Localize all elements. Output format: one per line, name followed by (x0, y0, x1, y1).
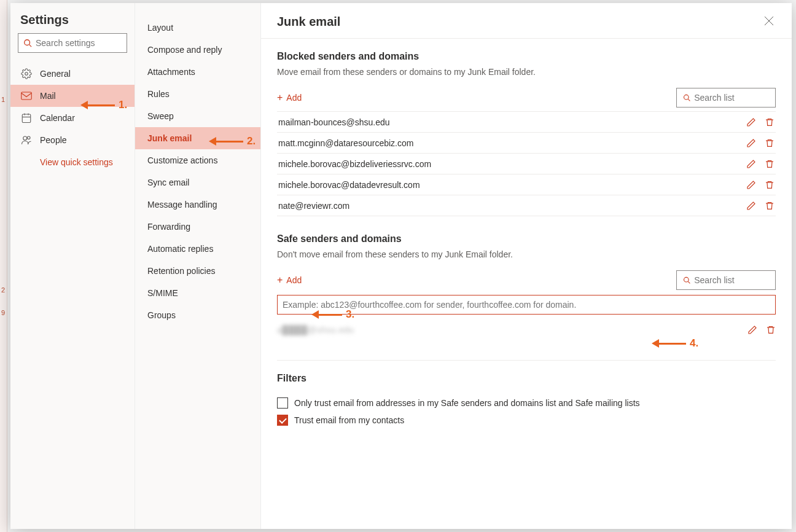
settings-sidebar: Settings General Mail (10, 3, 135, 529)
blocked-row: michele.borovac@bizdeliveriessrvc.com (277, 154, 776, 174)
submenu-retention-policies[interactable]: Retention policies (135, 260, 260, 282)
close-icon (765, 17, 773, 25)
only-trust-label: Only trust email from addresses in my Sa… (294, 398, 640, 408)
blocked-desc: Move email from these senders or domains… (277, 67, 776, 77)
delete-icon[interactable] (765, 117, 775, 127)
svg-point-8 (23, 136, 27, 140)
svg-point-14 (684, 277, 689, 282)
submenu-smime[interactable]: S/MIME (135, 282, 260, 304)
delete-icon[interactable] (765, 138, 775, 148)
sidebar-item-mail[interactable]: Mail (10, 85, 135, 107)
sidebar-item-label: People (40, 135, 67, 145)
submenu-layout[interactable]: Layout (135, 17, 260, 39)
add-label: Add (286, 275, 302, 285)
sidebar-item-general[interactable]: General (10, 63, 135, 85)
svg-rect-3 (21, 92, 32, 100)
safe-blurred-email: a████@shsu.edu (277, 325, 354, 335)
filters-section: Filters Only trust email from addresses … (277, 373, 776, 426)
svg-line-15 (688, 281, 690, 283)
edit-icon[interactable] (746, 201, 756, 211)
search-settings-box[interactable] (18, 33, 127, 53)
edit-icon[interactable] (747, 325, 757, 335)
edit-icon[interactable] (746, 138, 756, 148)
blocked-email: matt.mcginn@dataresourcebiz.com (278, 138, 413, 148)
blocked-email: mailman-bounces@shsu.edu (278, 117, 390, 127)
safe-search-input[interactable] (694, 275, 769, 285)
plus-icon: + (277, 275, 283, 286)
svg-line-1 (29, 45, 32, 47)
search-icon (683, 276, 690, 284)
submenu-attachments[interactable]: Attachments (135, 61, 260, 83)
delete-icon[interactable] (766, 325, 776, 335)
blocked-search-list[interactable] (676, 88, 776, 108)
submenu-message-handling[interactable]: Message handling (135, 194, 260, 216)
page-title: Junk email (277, 15, 340, 29)
settings-modal: Settings General Mail (10, 3, 792, 529)
section-divider (277, 360, 776, 361)
delete-icon[interactable] (765, 201, 775, 211)
search-icon (23, 39, 32, 47)
safe-add-input-row[interactable] (277, 295, 776, 315)
edit-icon[interactable] (746, 180, 756, 190)
sidebar-item-label: Mail (40, 91, 56, 101)
submenu-automatic-replies[interactable]: Automatic replies (135, 238, 260, 260)
safe-senders-section: Safe senders and domains Don't move emai… (277, 233, 776, 342)
blocked-senders-section: Blocked senders and domains Move email f… (277, 51, 776, 216)
sidebar-item-people[interactable]: People (10, 129, 135, 151)
submenu-sync-email[interactable]: Sync email (135, 171, 260, 194)
edit-icon[interactable] (746, 159, 756, 169)
search-settings-input[interactable] (36, 38, 122, 48)
trust-contacts-checkbox[interactable] (277, 415, 288, 426)
blocked-search-input[interactable] (694, 93, 769, 103)
svg-point-2 (25, 72, 28, 76)
view-quick-settings-link[interactable]: View quick settings (10, 151, 135, 167)
filter-trust-contacts-row: Trust email from my contacts (277, 415, 776, 426)
sidebar-item-calendar[interactable]: Calendar (10, 107, 135, 129)
edit-icon[interactable] (746, 117, 756, 127)
sidebar-item-label: General (40, 69, 71, 79)
mail-icon (20, 92, 33, 100)
delete-icon[interactable] (765, 180, 775, 190)
settings-nav: General Mail Calendar People View (10, 59, 135, 167)
submenu-compose-reply[interactable]: Compose and reply (135, 39, 260, 61)
blocked-row: matt.mcginn@dataresourcebiz.com (277, 133, 776, 154)
calendar-icon (20, 112, 33, 123)
blocked-email: nate@reviewr.com (278, 201, 349, 211)
safe-row-blurred: a████@shsu.edu (277, 318, 776, 342)
svg-point-9 (28, 136, 31, 139)
settings-title: Settings (10, 3, 135, 33)
delete-icon[interactable] (765, 159, 775, 169)
trust-contacts-label: Trust email from my contacts (294, 415, 404, 425)
svg-line-13 (688, 99, 690, 101)
safe-heading: Safe senders and domains (277, 233, 776, 244)
blocked-add-button[interactable]: + Add (277, 92, 302, 103)
only-trust-checkbox[interactable] (277, 397, 288, 409)
blocked-row: michele.borovac@datadevresult.com (277, 174, 776, 195)
blocked-row: nate@reviewr.com (277, 195, 776, 216)
blocked-list: mailman-bounces@shsu.edu matt.mcginn@dat… (277, 111, 776, 216)
submenu-forwarding[interactable]: Forwarding (135, 216, 260, 238)
blocked-email: michele.borovac@bizdeliveriessrvc.com (278, 159, 431, 169)
safe-search-list[interactable] (676, 270, 776, 290)
filters-heading: Filters (277, 373, 776, 384)
search-icon (683, 93, 690, 102)
submenu-customize-actions[interactable]: Customize actions (135, 149, 260, 171)
submenu-junk-email[interactable]: Junk email (135, 127, 260, 149)
svg-point-0 (25, 40, 30, 45)
safe-add-button[interactable]: + Add (277, 275, 302, 286)
filter-only-trust-row: Only trust email from addresses in my Sa… (277, 397, 776, 409)
safe-desc: Don't move email from these senders to m… (277, 249, 776, 259)
content-header: Junk email (261, 3, 792, 39)
content-body: Blocked senders and domains Move email f… (261, 39, 792, 529)
mail-submenu: Layout Compose and reply Attachments Rul… (135, 3, 261, 529)
submenu-rules[interactable]: Rules (135, 83, 260, 105)
submenu-groups[interactable]: Groups (135, 304, 260, 326)
safe-add-input[interactable] (283, 300, 770, 310)
blocked-row: mailman-bounces@shsu.edu (277, 112, 776, 133)
svg-rect-4 (22, 114, 31, 123)
plus-icon: + (277, 92, 283, 103)
blocked-heading: Blocked senders and domains (277, 51, 776, 62)
submenu-sweep[interactable]: Sweep (135, 105, 260, 127)
content-pane: Junk email Blocked senders and domains M… (261, 3, 792, 529)
close-button[interactable] (762, 14, 776, 29)
